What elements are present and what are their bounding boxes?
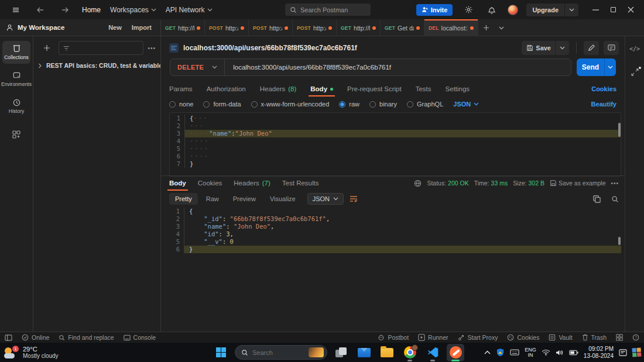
beautify-link[interactable]: Beautify [591,101,616,108]
cookies-link[interactable]: Cookies [591,85,616,92]
taskbar-weather-widget[interactable]: 1 29°C Mostly cloudy [0,346,59,360]
tab-tests[interactable]: Tests [416,85,431,92]
sidebar-item-environments[interactable]: Environments [2,68,30,91]
invite-button[interactable]: Invite [416,4,453,16]
toggle-sidebar-icon[interactable] [5,335,12,341]
touch-keyboard-icon[interactable] [510,349,519,356]
window-close-button[interactable] [622,0,639,19]
sidebar-item-history[interactable]: History [2,95,30,118]
vault-button[interactable]: Vault [549,334,572,341]
global-search-input[interactable] [300,6,359,13]
expand-chevron-icon[interactable] [38,63,42,68]
response-tab-body[interactable]: Body [169,180,186,187]
radio-none[interactable]: none [169,101,193,108]
code-line[interactable]: 5 "__v": 0 [169,238,621,246]
vscode-app-icon[interactable] [424,344,441,361]
save-options-chevron[interactable] [556,46,569,50]
radio-x-www-form-urlencoded[interactable]: x-www-form-urlencoded [251,101,330,108]
code-line[interactable]: 1{ [169,208,621,215]
request-body-editor[interactable]: 1{···2···3····"name":"John Deo"4····5···… [169,112,621,177]
send-button[interactable]: Send [577,58,616,76]
collection-tree-item[interactable]: REST API basics: CRUD, test & variable [33,58,160,73]
code-line[interactable]: 2 "_id": "66bb78f8f539ec7a0c6b761f", [169,215,621,223]
cookies-button[interactable]: Cookies [507,334,539,341]
chrome-app-icon[interactable] [401,344,419,361]
help-icon[interactable]: ? [632,334,639,341]
action-center-icon[interactable] [619,349,627,357]
taskbar-search-input[interactable] [252,349,304,356]
nav-workspaces[interactable]: Workspaces [110,6,156,14]
globe-icon[interactable] [414,180,422,187]
search-response-icon[interactable] [611,195,619,203]
global-search[interactable] [285,4,371,16]
radio-binary[interactable]: binary [369,101,397,108]
request-editor-scrollbar[interactable] [618,123,621,137]
send-options-chevron[interactable] [605,65,616,69]
console-button[interactable]: Console [124,334,156,341]
forward-arrow-icon[interactable] [57,3,73,17]
user-avatar[interactable] [508,5,518,15]
collections-filter-input[interactable] [73,44,139,53]
tab-headers[interactable]: Headers(8) [260,85,297,92]
code-line[interactable]: 6} [169,246,621,253]
request-tab[interactable]: GETGet data [381,19,424,36]
notifications-bell-icon[interactable] [484,3,499,17]
collections-filter-box[interactable] [59,41,143,55]
status-badge[interactable]: Status:200 OK [427,180,468,187]
radio-form-data[interactable]: form-data [203,101,241,108]
request-tab[interactable]: POSThttp://localh( [249,19,293,36]
wrap-text-icon[interactable] [350,195,358,202]
code-line[interactable]: 4 "id": 3, [169,230,621,238]
tab-overflow-button[interactable] [494,19,509,36]
start-proxy-button[interactable]: Start Proxy [458,334,498,341]
new-button[interactable]: New [105,23,125,32]
select-windows-icon[interactable] [616,334,623,341]
runner-button[interactable]: Runner [418,334,448,341]
language-indicator[interactable]: ENGIN [525,347,536,358]
import-button[interactable]: Import [129,23,155,32]
response-tab-test-results[interactable]: Test Results [282,180,319,187]
volume-icon[interactable] [556,349,564,356]
window-minimize-button[interactable] [587,0,604,19]
request-tab[interactable]: POSThttp://localh( [205,19,249,36]
find-and-replace[interactable]: Find and replace [59,334,114,341]
response-tab-headers[interactable]: Headers(7) [234,180,270,187]
save-as-example-button[interactable]: Save as example [550,180,606,187]
tab-params[interactable]: Params [169,85,193,92]
tray-chevron-up-icon[interactable] [484,350,491,354]
code-line[interactable]: 6···· [170,153,621,160]
size-badge[interactable]: Size:302 B [513,180,544,187]
online-status[interactable]: Online [22,334,49,341]
file-explorer-icon[interactable] [378,344,396,361]
nav-api-network[interactable]: API Network [166,6,213,14]
request-tab[interactable]: GEThttp://localho: [161,19,205,36]
request-tab[interactable]: POSThttp://localh( [293,19,337,36]
radio-raw[interactable]: raw [339,101,359,108]
add-collection-button[interactable] [39,41,54,55]
wifi-icon[interactable] [542,349,550,356]
tab-pre-request-script[interactable]: Pre-request Script [347,85,402,92]
hamburger-menu-icon[interactable] [8,3,23,17]
edit-pencil-icon[interactable] [584,41,599,55]
window-maximize-button[interactable] [604,0,622,19]
collections-more-icon[interactable]: ••• [148,45,156,51]
radio-graphql[interactable]: GraphQL [407,101,443,108]
code-line[interactable]: 4···· [170,137,621,145]
response-tab-cookies[interactable]: Cookies [198,180,222,187]
start-button[interactable] [212,344,229,361]
tab-authorization[interactable]: Authorization [207,85,246,92]
tray-app-icon[interactable] [632,347,642,357]
response-format-select[interactable]: JSON [307,193,344,205]
response-body-editor[interactable]: 1{2 "_id": "66bb78f8f539ec7a0c6b761f",3 … [169,206,621,256]
comments-icon[interactable] [604,41,619,55]
view-visualize[interactable]: Visualize [264,193,302,205]
settings-gear-icon[interactable] [461,3,476,17]
body-format-select[interactable]: JSON [453,101,479,108]
new-tab-button[interactable] [478,19,494,36]
request-tab-active[interactable]: DELlocalhost:3000 [424,19,478,36]
upgrade-button[interactable]: Upgrade [526,4,578,16]
code-line[interactable]: 3····"name":"John Deo" [170,130,621,137]
url-input[interactable] [225,64,571,71]
configure-sidebar-icon[interactable] [12,130,21,139]
network-info-icon[interactable] [631,68,639,76]
